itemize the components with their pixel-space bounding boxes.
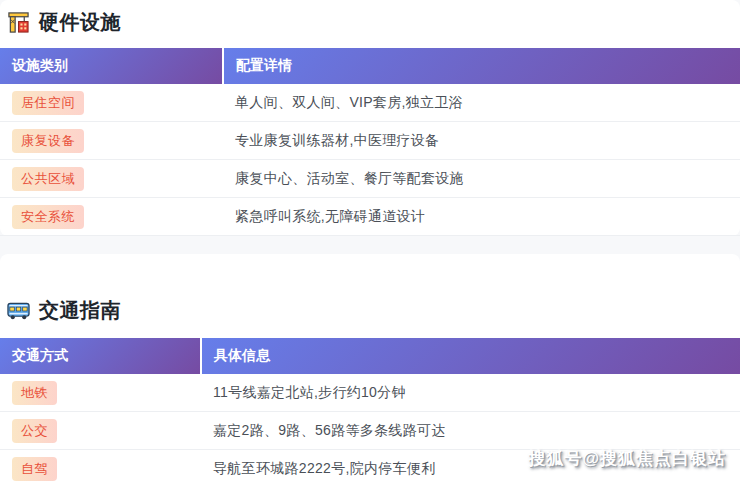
category-badge: 公共区域 [12, 167, 84, 191]
hardware-table-header-row: 设施类别 配置详情 [0, 48, 740, 84]
detail-cell: 康复中心、活动室、餐厅等配套设施 [223, 160, 740, 198]
column-header-config-detail: 配置详情 [223, 48, 740, 84]
table-row: 公交 嘉定2路、9路、56路等多条线路可达 [0, 412, 740, 450]
detail-cell: 单人间、双人间、VIP套房,独立卫浴 [223, 84, 740, 122]
traffic-table-header-row: 交通方式 具体信息 [0, 338, 740, 374]
detail-cell: 紧急呼叫系统,无障碍通道设计 [223, 198, 740, 236]
column-header-facility-category: 设施类别 [0, 48, 223, 84]
section-title-text: 交通指南 [39, 297, 121, 324]
detail-cell: 嘉定2路、9路、56路等多条线路可达 [201, 412, 740, 450]
transport-badge: 地铁 [12, 381, 57, 405]
transport-badge: 自驾 [12, 457, 57, 481]
section-hardware-facilities: 硬件设施 设施类别 配置详情 居住空间 单人间、双人间、VIP套房,独立卫浴 康… [0, 0, 740, 236]
hardware-table: 设施类别 配置详情 居住空间 单人间、双人间、VIP套房,独立卫浴 康复设备 专… [0, 48, 740, 236]
category-badge: 安全系统 [12, 205, 84, 229]
transport-badge: 公交 [12, 419, 57, 443]
detail-cell: 专业康复训练器材,中医理疗设备 [223, 122, 740, 160]
column-header-specific-info: 具体信息 [201, 338, 740, 374]
sohu-watermark: 搜狐号@搜狐焦点白银站 [528, 447, 726, 470]
table-row: 地铁 11号线嘉定北站,步行约10分钟 [0, 374, 740, 412]
section-title-traffic: 交通指南 [0, 288, 740, 338]
category-badge: 居住空间 [12, 91, 84, 115]
section-title-hardware: 硬件设施 [0, 0, 740, 48]
table-row: 公共区域 康复中心、活动室、餐厅等配套设施 [0, 160, 740, 198]
detail-cell: 11号线嘉定北站,步行约10分钟 [201, 374, 740, 412]
table-row: 居住空间 单人间、双人间、VIP套房,独立卫浴 [0, 84, 740, 122]
column-header-transport-mode: 交通方式 [0, 338, 201, 374]
table-row: 康复设备 专业康复训练器材,中医理疗设备 [0, 122, 740, 160]
bus-icon [7, 299, 30, 322]
category-badge: 康复设备 [12, 129, 84, 153]
table-row: 安全系统 紧急呼叫系统,无障碍通道设计 [0, 198, 740, 236]
construction-crane-icon [7, 11, 30, 34]
section-title-text: 硬件设施 [39, 9, 121, 36]
